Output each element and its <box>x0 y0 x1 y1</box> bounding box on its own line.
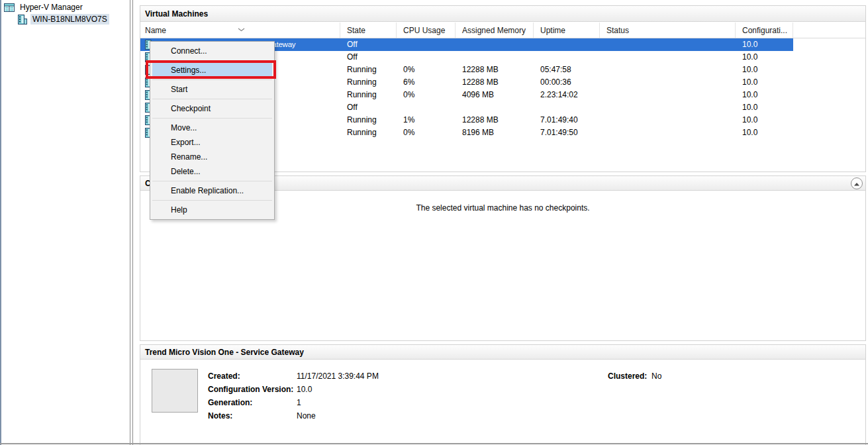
vm-cell-config: 10.0 <box>736 64 793 76</box>
vm-cell-cpu: 0% <box>397 126 456 139</box>
vm-cell-config: 10.0 <box>736 89 793 101</box>
vm-cell-state: Running <box>340 126 397 139</box>
menu-item-connect[interactable]: Connect... <box>152 44 272 58</box>
vm-cell-status <box>600 64 736 76</box>
menu-item-start[interactable]: Start <box>152 82 272 97</box>
vm-cell-status <box>600 126 736 139</box>
vm-cell-status <box>600 38 736 51</box>
pane-splitter-line-1[interactable] <box>130 0 130 445</box>
vm-cell-status <box>600 101 736 114</box>
menu-separator <box>152 60 272 61</box>
vm-cell-config: 10.0 <box>736 126 793 139</box>
vm-cell-status <box>600 89 736 101</box>
vm-cell-state: Running <box>340 114 397 126</box>
vm-cell-uptime: 7.01:49:50 <box>534 126 600 139</box>
menu-separator <box>152 79 272 80</box>
virtual-machines-header: Virtual Machines <box>140 6 865 22</box>
vm-table-header: NameStateCPU UsageAssigned MemoryUptimeS… <box>140 23 865 38</box>
vm-thumbnail <box>152 369 198 413</box>
checkpoints-collapse-button[interactable] <box>851 177 863 189</box>
vm-cell-uptime: 05:47:58 <box>534 64 600 76</box>
tree-item-label: WIN-B18NLM8VO7S <box>30 14 109 25</box>
detail-field-value: 11/17/2021 3:39:44 PM <box>297 371 379 381</box>
column-header-config[interactable]: Configurati... <box>736 23 793 38</box>
menu-item-enable-replication[interactable]: Enable Replication... <box>152 183 272 198</box>
vm-context-menu: Connect...Settings...StartCheckpointMove… <box>150 41 275 220</box>
vm-cell-memory: 4096 MB <box>456 89 534 101</box>
menu-item-rename[interactable]: Rename... <box>152 150 272 164</box>
column-header-label: Configurati... <box>742 26 787 35</box>
vm-cell-memory <box>456 38 534 51</box>
vm-cell-status <box>600 76 736 89</box>
menu-item-export[interactable]: Export... <box>152 135 272 150</box>
column-header-uptime[interactable]: Uptime <box>534 23 600 38</box>
detail-field-value: None <box>297 411 316 420</box>
column-header-label: Assigned Memory <box>462 26 526 35</box>
vm-details-title: Trend Micro Vision One - Service Gateway <box>145 348 304 357</box>
window-bottom-border <box>0 443 868 444</box>
detail-field-label: Configuration Version: <box>208 385 293 394</box>
vm-cell-state: Running <box>340 89 397 101</box>
column-header-name[interactable]: Name <box>140 23 340 38</box>
vm-cell-config: 10.0 <box>736 101 793 114</box>
vm-cell-cpu <box>397 101 456 114</box>
vm-cell-state: Running <box>340 76 397 89</box>
vm-details-panel: Trend Micro Vision One - Service Gateway… <box>140 344 866 445</box>
vm-cell-cpu <box>397 51 456 64</box>
clustered-value: No <box>651 371 661 381</box>
menu-item-delete[interactable]: Delete... <box>152 164 272 179</box>
vm-cell-uptime: 00:00:36 <box>534 76 600 89</box>
menu-item-move[interactable]: Move... <box>152 121 272 135</box>
vm-cell-cpu: 6% <box>397 76 456 89</box>
column-header-label: State <box>347 26 365 35</box>
vm-cell-state: Off <box>340 38 397 51</box>
menu-separator <box>152 181 272 181</box>
vm-cell-cpu: 0% <box>397 89 456 101</box>
vm-cell-uptime <box>534 101 600 114</box>
vm-cell-memory: 12288 MB <box>456 114 534 126</box>
menu-item-settings[interactable]: Settings... <box>152 63 272 77</box>
vm-cell-state: Off <box>340 101 397 114</box>
vm-cell-status <box>600 51 736 64</box>
vm-cell-cpu: 1% <box>397 114 456 126</box>
detail-field-label: Generation: <box>208 398 252 407</box>
vm-cell-memory <box>456 51 534 64</box>
detail-field-label: Created: <box>208 371 240 381</box>
vm-details-header: Trend Micro Vision One - Service Gateway <box>140 345 865 360</box>
clustered-label: Clustered: <box>608 371 647 381</box>
vm-cell-memory <box>456 101 534 114</box>
detail-field-value: 1 <box>297 398 301 407</box>
column-header-label: Status <box>606 26 629 35</box>
console-tree-pane: Hyper-V ManagerWIN-B18NLM8VO7S <box>1 0 130 443</box>
chevron-up-icon <box>853 179 860 188</box>
vm-cell-config: 10.0 <box>736 76 793 89</box>
vm-cell-memory: 12288 MB <box>456 76 534 89</box>
menu-separator <box>152 200 272 201</box>
menu-item-help[interactable]: Help <box>152 203 272 217</box>
column-header-label: Name <box>145 26 166 35</box>
vm-cell-state: Running <box>340 64 397 76</box>
tree-item-win-b18nlm8vo7s[interactable]: WIN-B18NLM8VO7S <box>18 13 109 25</box>
menu-item-checkpoint[interactable]: Checkpoint <box>152 101 272 116</box>
column-header-memory[interactable]: Assigned Memory <box>456 23 534 38</box>
vm-cell-uptime: 7.01:49:40 <box>534 114 600 126</box>
menu-separator <box>152 118 272 119</box>
vm-cell-status <box>600 114 736 126</box>
column-header-state[interactable]: State <box>340 23 397 38</box>
vm-cell-cpu <box>397 38 456 51</box>
virtual-machines-title: Virtual Machines <box>145 9 208 19</box>
column-header-cpu[interactable]: CPU Usage <box>397 23 456 38</box>
hyper-v-manager-icon <box>4 3 15 12</box>
vm-cell-config: 10.0 <box>736 38 793 51</box>
vm-cell-cpu: 0% <box>397 64 456 76</box>
column-header-status[interactable]: Status <box>600 23 736 38</box>
column-header-label: Uptime <box>540 26 565 35</box>
vm-cell-uptime: 2.23:14:02 <box>534 89 600 101</box>
column-header-label: CPU Usage <box>403 26 445 35</box>
vm-cell-state: Off <box>340 51 397 64</box>
tree-item-hyper-v-manager[interactable]: Hyper-V Manager <box>4 1 85 13</box>
tree-item-label: Hyper-V Manager <box>18 2 85 13</box>
vm-cell-uptime <box>534 38 600 51</box>
vm-cell-uptime <box>534 51 600 64</box>
pane-splitter-line-2[interactable] <box>132 0 133 445</box>
